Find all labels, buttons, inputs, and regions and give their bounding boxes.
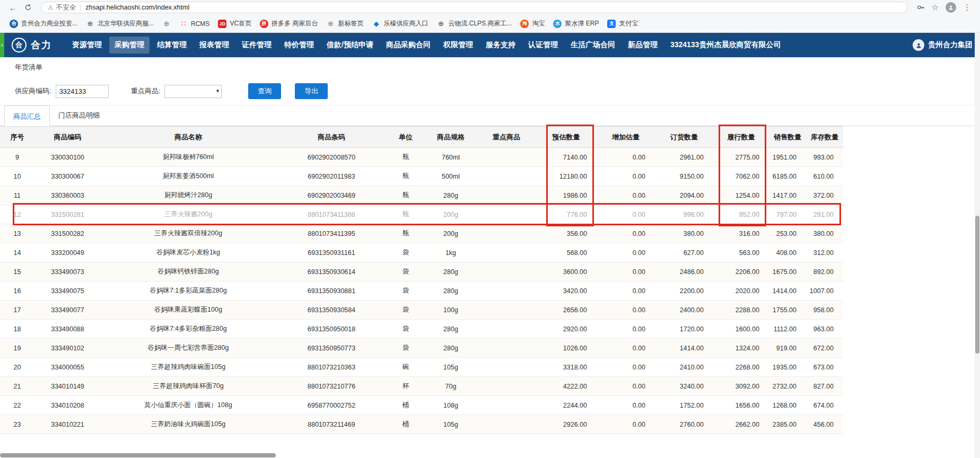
table-row[interactable]: 23334010221三养奶油味火鸡碗面105g8801073211469桶10…: [0, 415, 843, 434]
table-cell: [477, 262, 536, 281]
jd-icon: JD: [218, 20, 226, 28]
sidebar-toggle-icon[interactable]: ≡: [0, 33, 4, 57]
bookmark-item[interactable]: ⊕北京华联供应商服...: [82, 17, 158, 30]
table-row[interactable]: 22334010208莫小仙重庆小面（圆碗）108g6958770002752桶…: [0, 396, 843, 415]
export-button[interactable]: 导出: [295, 83, 328, 99]
table-row[interactable]: 18333490088谷妈咪7:4多彩杂粮面280g6931350950018袋…: [0, 320, 843, 339]
nav-item[interactable]: 报表管理: [194, 37, 234, 54]
table-cell: 2926.00: [536, 415, 597, 434]
bookmark-item[interactable]: ⊕: [158, 18, 175, 30]
table-row[interactable]: 14333200049谷妈咪麦芯小麦粉1kg6931350931161袋1kg5…: [0, 243, 843, 262]
table-cell: 厨邦味极鲜760ml: [101, 148, 276, 167]
table-row[interactable]: 11330360003厨邦烧烤汁280g6902902003469瓶280g19…: [0, 186, 843, 205]
bookmark-item[interactable]: 合贵州合力商业投资...: [5, 17, 82, 30]
bookmark-item[interactable]: 水聚水潭 ERP: [549, 17, 603, 30]
table-row[interactable]: 17333490077谷妈咪果蔬彩蝶面100g6931350930584袋100…: [0, 301, 843, 320]
table-row[interactable]: 12331500281三养火辣酱200g8801073411388瓶200g77…: [0, 205, 843, 224]
table-cell: 333490077: [34, 301, 101, 320]
nav-item[interactable]: 特价管理: [279, 37, 319, 54]
bookmark-item[interactable]: ∷RCMS: [175, 18, 214, 30]
table-cell: 1417.00: [769, 186, 806, 205]
table-cell: 2760.00: [655, 415, 713, 434]
table-region: 序号商品编码商品名称商品条码单位商品规格重点商品预估数量增加估量订货数量履行数量…: [0, 126, 843, 434]
back-icon[interactable]: ←: [9, 3, 17, 12]
bookmark-item[interactable]: 拼拼多多 商家后台: [256, 17, 322, 30]
nav-item[interactable]: 认证管理: [523, 37, 563, 54]
nav-item[interactable]: 证件管理: [237, 37, 277, 54]
browser-chrome: ← ⚠ 不安全 zhsapi.helichaoshi.com/index.xht…: [0, 0, 980, 33]
table-row[interactable]: 20334000055三养超辣鸡肉味碗面105g8801073210363碗10…: [0, 358, 843, 377]
reload-icon[interactable]: [24, 4, 32, 11]
tab-store-product-detail[interactable]: 门店商品明细: [50, 105, 108, 126]
query-form: 供应商编码: 重点商品: ▾ 查询 导出: [0, 77, 980, 105]
nav-item[interactable]: 借款/预结申请: [321, 37, 379, 54]
table-cell: 2288.00: [713, 301, 769, 320]
nav-item[interactable]: 权限管理: [438, 37, 478, 54]
table-cell: 2385.00: [769, 415, 806, 434]
table-cell: 291.00: [806, 205, 843, 224]
table-cell: 380.00: [806, 224, 843, 243]
bookmark-item[interactable]: ⊕云物流.CLPS.商家工...: [432, 17, 516, 30]
table-row[interactable]: 16333490075谷妈咪7:1多彩蔬菜面280g6931350930881袋…: [0, 281, 843, 301]
browser-profile-avatar[interactable]: [946, 2, 956, 13]
browser-menu-icon[interactable]: ⋮: [963, 3, 971, 12]
supplier-code-input[interactable]: [56, 85, 109, 98]
bookmark-item[interactable]: ⊕新标签页: [322, 17, 368, 30]
nav-item[interactable]: 新品管理: [623, 37, 663, 54]
table-cell: 杯: [387, 377, 424, 396]
table-cell: 2020.00: [713, 281, 769, 301]
bookmark-item[interactable]: 淘淘宝: [516, 17, 549, 30]
table-cell: 892.00: [806, 262, 843, 281]
table-cell: 厨邦葱姜酒500ml: [101, 167, 276, 186]
table-cell: 100g: [424, 301, 477, 320]
bookmark-item[interactable]: ◆乐檬供应商入口: [368, 17, 432, 30]
nav-item[interactable]: 生活广场合同: [565, 37, 620, 54]
table-cell: 6185.00: [769, 167, 806, 186]
horizontal-scrollbar-thumb[interactable]: [0, 453, 276, 457]
table-cell: 3600.00: [536, 262, 597, 281]
address-bar[interactable]: ⚠ 不安全 zhsapi.helichaoshi.com/index.xhtml: [41, 2, 908, 13]
nav-user[interactable]: 贵州合力集团: [913, 39, 973, 51]
table-row[interactable]: 19333490102谷妈咪一周七彩营养面280g6931350950773袋2…: [0, 339, 843, 358]
bookmark-label: 淘宝: [532, 19, 545, 28]
url-text: zhsapi.helichaoshi.com/index.xhtml: [85, 4, 189, 11]
password-key-icon[interactable]: [917, 4, 924, 11]
table-cell: 20: [0, 358, 34, 377]
table-cell: 330360003: [34, 186, 101, 205]
key-product-select[interactable]: ▾: [164, 85, 222, 98]
table-cell: 2410.00: [655, 358, 713, 377]
omnibox-divider: [80, 4, 81, 11]
table-row[interactable]: 21334010149三养超辣鸡肉味杯面70g8801073210776杯70g…: [0, 377, 843, 396]
table-cell: 2400.00: [655, 301, 713, 320]
table-cell: 334010149: [34, 377, 101, 396]
supplier-code-label: 供应商编码:: [15, 86, 51, 96]
nav-item[interactable]: 采购管理: [109, 37, 150, 54]
bookmark-star-icon[interactable]: ☆: [932, 3, 939, 12]
vertical-scrollbar-thumb[interactable]: [975, 216, 979, 354]
bookmark-item[interactable]: 支支付宝: [603, 17, 642, 30]
bookmark-item[interactable]: JDVC首页: [214, 17, 256, 30]
table-row[interactable]: 10330300067厨邦葱姜酒500ml6902902011983瓶500ml…: [0, 167, 843, 186]
table-cell: 1720.00: [655, 320, 713, 339]
tab-product-summary[interactable]: 商品汇总: [4, 105, 50, 126]
nav-item[interactable]: 资源管理: [67, 37, 107, 54]
table-cell: 0.00: [597, 396, 655, 415]
nav-item[interactable]: 商品采购合同: [381, 37, 436, 54]
nav-item[interactable]: 结算管理: [152, 37, 192, 54]
table-row[interactable]: 13331500282三养火辣酱双倍辣200g8801073411395瓶200…: [0, 224, 843, 243]
table-cell: 952.00: [713, 205, 769, 224]
search-button[interactable]: 查询: [248, 83, 281, 99]
table-cell: 1755.00: [769, 301, 806, 320]
table-cell: 963.00: [806, 320, 843, 339]
nav-item[interactable]: 3324133贵州杰晨欣商贸有限公司: [665, 37, 786, 54]
table-cell: 312.00: [806, 243, 843, 262]
table-cell: 0.00: [597, 339, 655, 358]
table-cell: 2775.00: [713, 148, 769, 167]
nav-item[interactable]: 服务支持: [480, 37, 521, 54]
table-cell: 2200.00: [655, 281, 713, 301]
table-cell: 334010221: [34, 415, 101, 434]
table-row[interactable]: 15333490073谷妈咪钙铁锌面280g6931350930614袋280g…: [0, 262, 843, 281]
table-cell: 桶: [387, 415, 424, 434]
table-row[interactable]: 9330030100厨邦味极鲜760ml6902902008570瓶760ml7…: [0, 148, 843, 167]
table-cell: 1414.00: [769, 281, 806, 301]
